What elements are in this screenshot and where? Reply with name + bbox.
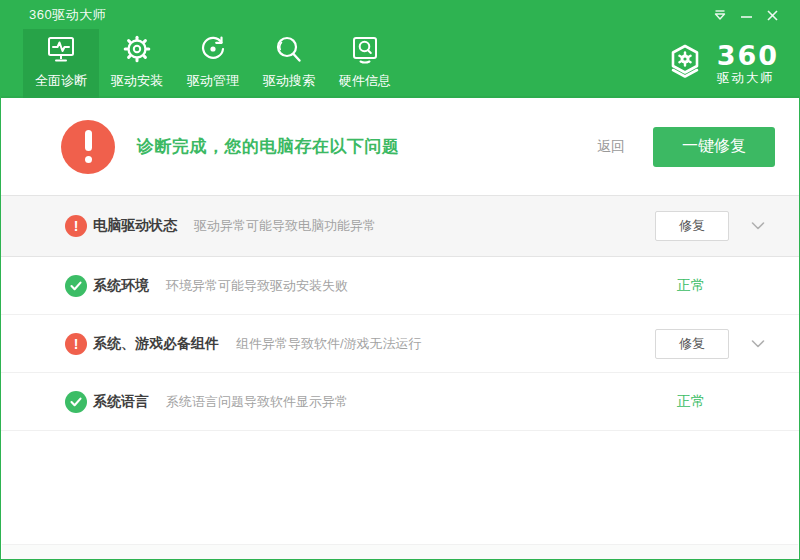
app-window: 360驱动大师 全面诊断: [0, 0, 800, 560]
brand-logo: 360 驱动大师: [665, 29, 779, 98]
minimize-icon[interactable]: [733, 3, 759, 27]
fix-all-button[interactable]: 一键修复: [653, 127, 775, 167]
issue-title: 系统语言: [93, 393, 149, 411]
tab-label: 驱动安装: [111, 72, 163, 90]
issue-row-system-language: 系统语言 系统语言问题导致软件显示异常 正常: [1, 373, 799, 431]
back-link[interactable]: 返回: [597, 138, 625, 156]
diagnosis-monitor-icon: [45, 32, 77, 68]
issue-row-components: ! 系统、游戏必备组件 组件异常导致软件/游戏无法运行 修复: [1, 315, 799, 373]
chevron-down-icon[interactable]: [739, 222, 765, 230]
diagnosis-result-title: 诊断完成，您的电脑存在以下问题: [137, 135, 400, 158]
ok-check-icon: [65, 391, 87, 413]
tab-hardware-info[interactable]: 硬件信息: [327, 29, 403, 98]
title-bar: 360驱动大师: [1, 1, 799, 29]
tab-label: 驱动搜索: [263, 72, 315, 90]
hardware-monitor-icon: [349, 32, 381, 68]
issue-description: 环境异常可能导致驱动安装失败: [166, 277, 348, 295]
issue-title: 电脑驱动状态: [93, 217, 177, 235]
tab-label: 全面诊断: [35, 72, 87, 90]
tab-full-diagnosis[interactable]: 全面诊断: [23, 29, 99, 98]
tray-arrow-icon[interactable]: [707, 3, 733, 27]
logo-product-text: 驱动大师: [717, 72, 779, 85]
chevron-down-icon[interactable]: [739, 340, 765, 348]
issue-title: 系统、游戏必备组件: [93, 335, 219, 353]
ok-check-icon: [65, 275, 87, 297]
issue-description: 系统语言问题导致软件显示异常: [166, 393, 348, 411]
issue-title: 系统环境: [93, 277, 149, 295]
gear-icon: [121, 32, 153, 68]
tab-label: 硬件信息: [339, 72, 391, 90]
issue-description: 组件异常导致软件/游戏无法运行: [236, 335, 422, 353]
issue-list: ! 电脑驱动状态 驱动异常可能导致电脑功能异常 修复 系统环境 环境异常可能导致…: [1, 196, 799, 431]
tab-driver-install[interactable]: 驱动安装: [99, 29, 175, 98]
window-title: 360驱动大师: [29, 6, 106, 24]
fix-button[interactable]: 修复: [655, 211, 729, 241]
sync-icon: [197, 32, 229, 68]
tab-label: 驱动管理: [187, 72, 239, 90]
issue-row-driver-status: ! 电脑驱动状态 驱动异常可能导致电脑功能异常 修复: [1, 196, 799, 257]
diagnosis-header: 诊断完成，您的电脑存在以下问题 返回 一键修复: [1, 98, 799, 196]
problem-exclamation-icon: !: [65, 333, 87, 355]
alert-exclamation-icon: [61, 120, 115, 174]
tab-driver-manage[interactable]: 驱动管理: [175, 29, 251, 98]
tab-driver-search[interactable]: 驱动搜索: [251, 29, 327, 98]
status-normal-label: 正常: [653, 393, 729, 411]
issue-row-system-env: 系统环境 环境异常可能导致驱动安装失败 正常: [1, 257, 799, 315]
hexagon-gear-icon: [665, 39, 709, 89]
logo-brand-text: 360: [717, 42, 779, 69]
main-nav: 全面诊断 驱动安装: [1, 29, 799, 98]
issue-description: 驱动异常可能导致电脑功能异常: [194, 217, 376, 235]
status-normal-label: 正常: [653, 277, 729, 295]
search-icon: [273, 32, 305, 68]
footer-strip: [2, 544, 798, 559]
close-icon[interactable]: [759, 3, 785, 27]
problem-exclamation-icon: !: [65, 215, 87, 237]
fix-button[interactable]: 修复: [655, 329, 729, 359]
